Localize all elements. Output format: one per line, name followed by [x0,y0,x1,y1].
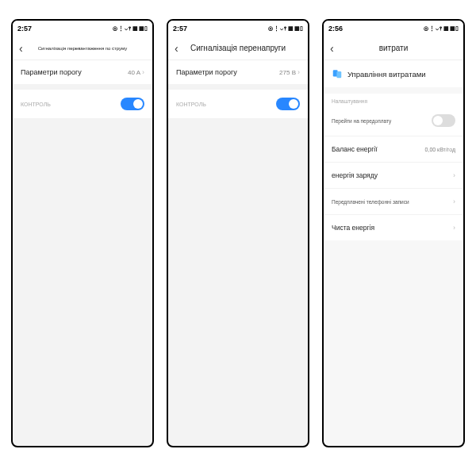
page-title: Сигналізація перенапруги [186,44,301,52]
header: ‹ Сигналізація перенапруги [168,36,308,60]
chevron-right-icon: › [453,198,455,205]
back-icon[interactable]: ‹ [330,42,341,55]
chevron-right-icon: › [453,224,455,232]
page-title: Сигналізація перевантаження по струму [30,46,146,51]
chevron-right-icon: › [298,68,300,76]
balance-label: Баланс енергії [332,145,378,153]
header: ‹ Сигналізація перевантаження по струму [13,36,152,60]
control-toggle[interactable] [276,98,300,110]
prepaid-row[interactable]: Перейти на передоплату [324,106,463,136]
threshold-row[interactable]: Параметри порогу 275 В › [168,60,308,84]
cost-management-row[interactable]: Управління витратами [324,60,463,87]
status-time: 2:57 [173,25,187,33]
phone-screen-3: 2:56 ◎ ⋮ ⌵ ⫯ ▦ ▦ ▯ ‹ витрати Управління … [322,19,465,447]
threshold-label: Параметри порогу [176,68,237,76]
phone-records-row[interactable]: Передплачені телефонні записи › [324,189,463,215]
back-icon[interactable]: ‹ [19,42,30,55]
prepaid-label: Перейти на передоплату [332,118,391,124]
status-time: 2:56 [328,25,343,33]
threshold-label: Параметри порогу [21,68,82,76]
balance-value: 0,00 кВт/год [425,147,455,152]
cost-management-label: Управління витратами [347,70,426,79]
content: Параметри порогу 40 A › КОНТРОЛЬ [13,60,152,446]
content: Параметри порогу 275 В › КОНТРОЛЬ [168,60,308,446]
phone-screen-2: 2:57 ◎ ⋮ ⌵ ⫯ ▦ ▦ ▯ ‹ Сигналізація перена… [167,19,309,447]
clean-energy-label: Чиста енергія [332,224,374,232]
charge-energy-row[interactable]: енергія заряду › [324,163,463,189]
settings-section-label: Налаштування [324,94,463,106]
status-time: 2:57 [17,25,32,33]
page-title: витрати [341,44,457,52]
threshold-value: 40 A › [128,68,144,76]
status-bar: 2:57 ◎ ⋮ ⌵ ⫯ ▦ ▦ ▯ [13,21,152,36]
threshold-value: 275 В › [279,68,300,76]
clean-energy-row[interactable]: Чиста енергія › [324,215,463,240]
balance-row[interactable]: Баланс енергії 0,00 кВт/год [324,136,463,163]
header: ‹ витрати [324,36,463,60]
control-row[interactable]: КОНТРОЛЬ [13,90,152,118]
status-bar: 2:57 ◎ ⋮ ⌵ ⫯ ▦ ▦ ▯ [168,21,308,36]
svg-rect-1 [336,71,341,78]
status-bar: 2:56 ◎ ⋮ ⌵ ⫯ ▦ ▦ ▯ [324,21,463,36]
control-label: КОНТРОЛЬ [21,102,51,107]
phone-records-label: Передплачені телефонні записи [332,199,409,205]
status-icons: ◎ ⋮ ⌵ ⫯ ▦ ▦ ▯ [268,25,303,32]
content: Управління витратами Налаштування Перейт… [324,60,463,446]
chevron-right-icon: › [142,68,144,76]
charge-energy-label: енергія заряду [332,171,378,179]
back-icon[interactable]: ‹ [175,42,186,55]
control-toggle[interactable] [121,98,144,110]
cost-icon [332,68,343,79]
control-label: КОНТРОЛЬ [176,102,206,107]
chevron-right-icon: › [453,171,455,179]
prepaid-toggle[interactable] [432,114,455,127]
status-icons: ◎ ⋮ ⌵ ⫯ ▦ ▦ ▯ [113,25,148,32]
status-icons: ◎ ⋮ ⌵ ⫯ ▦ ▦ ▯ [424,25,459,32]
threshold-row[interactable]: Параметри порогу 40 A › [13,60,152,84]
control-row[interactable]: КОНТРОЛЬ [168,90,308,118]
phone-screen-1: 2:57 ◎ ⋮ ⌵ ⫯ ▦ ▦ ▯ ‹ Сигналізація перева… [11,19,154,447]
